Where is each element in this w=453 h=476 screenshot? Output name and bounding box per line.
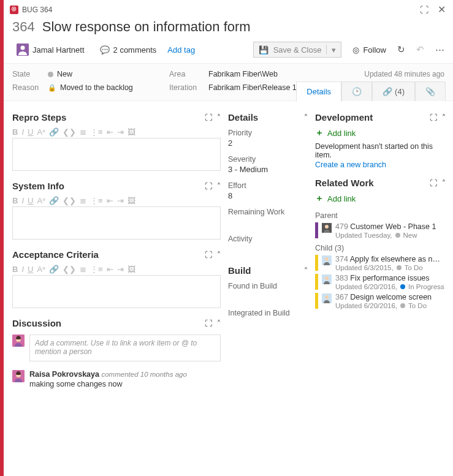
state-value[interactable]: New [48, 70, 72, 78]
svg-point-11 [325, 276, 329, 280]
system-toolbar[interactable]: BIUAᵃ🔗❮❯≣⋮≡⇤⇥🖼 [12, 196, 221, 205]
comment-author: Raisa Pokrovskaya [29, 370, 99, 379]
state-dot-icon [400, 284, 405, 289]
expand-icon[interactable]: ⛶ [205, 182, 212, 191]
expand-icon[interactable]: ⛶ [430, 113, 437, 122]
area-value[interactable]: Fabrikam Fiber\Web [208, 70, 278, 78]
repro-steps-header: Repro Steps ⛶ ˄ [12, 112, 221, 123]
state-label: State [12, 70, 48, 78]
paperclip-icon: 📎 [425, 87, 435, 96]
type-color-bar [315, 255, 318, 271]
expand-icon[interactable]: ⛶ [205, 113, 212, 122]
assignee[interactable]: Jamal Hartnett [12, 41, 89, 58]
create-branch-link[interactable]: Create a new branch [315, 161, 446, 169]
collapse-icon[interactable]: ˄ [304, 266, 308, 275]
bug-icon [10, 6, 18, 14]
reason-value[interactable]: 🔒 Moved to the backlog [48, 83, 133, 92]
tab-details[interactable]: Details [296, 81, 341, 102]
related-item[interactable]: 383 Fix performance issuesUpdated 6/20/2… [315, 274, 446, 290]
related-item[interactable]: 479 Customer Web - Phase 1Updated Tuesda… [315, 222, 446, 239]
undo-icon[interactable]: ↶ [416, 44, 424, 55]
plus-icon: ＋ [315, 127, 324, 138]
type-color-bar [315, 274, 318, 290]
svg-point-9 [325, 257, 329, 261]
discussion-input[interactable]: Add a comment. Use # to link a work item… [29, 334, 221, 361]
expand-icon[interactable]: ⛶ [430, 179, 437, 187]
parent-label: Parent [315, 211, 446, 220]
assignee-name: Jamal Hartnett [32, 45, 85, 55]
activity-label: Activity [228, 235, 308, 243]
integrated-value[interactable] [228, 319, 308, 328]
found-label: Found in Build [228, 282, 308, 290]
add-link-related[interactable]: ＋Add link [315, 193, 446, 204]
expand-icon[interactable]: ⛶ [205, 251, 212, 259]
state-dot-icon [395, 233, 400, 238]
chevron-down-icon: ▾ [332, 45, 336, 55]
updated-label: Updated 48 minutes ago [364, 70, 444, 78]
workitem-id: 364 [12, 19, 35, 35]
workitem-type-icon [322, 274, 332, 284]
workitem-type-icon [322, 223, 332, 233]
comments-label: 2 comments [113, 45, 157, 55]
acceptance-toolbar[interactable]: BIUAᵃ🔗❮❯≣⋮≡⇤⇥🖼 [12, 265, 221, 274]
activity-value[interactable] [228, 244, 308, 254]
area-label: Area [169, 70, 208, 78]
collapse-icon[interactable]: ˄ [217, 113, 221, 122]
workitem-title[interactable]: Slow response on information form [42, 19, 251, 35]
acceptance-header: Acceptance Criteria ⛶ ˄ [12, 249, 221, 260]
collapse-icon[interactable]: ˄ [217, 251, 221, 259]
follow-label: Follow [363, 45, 386, 55]
tab-history[interactable]: 🕑 [341, 81, 372, 101]
workitem-type-icon [322, 255, 332, 265]
collapse-icon[interactable]: ˄ [217, 319, 221, 328]
window-id: 364 [40, 6, 52, 14]
meta-bar: State New Reason 🔒 Moved to the backlog … [4, 63, 453, 101]
development-header: Development ⛶ ˄ [315, 112, 446, 123]
tab-attachments[interactable]: 📎 [415, 81, 446, 101]
avatar-icon [17, 43, 29, 56]
collapse-icon[interactable]: ˄ [442, 179, 446, 187]
svg-point-7 [325, 225, 329, 229]
tab-strip: Details 🕑 🔗(4) 📎 [296, 81, 446, 101]
priority-label: Priority [228, 129, 308, 137]
state-dot-icon [397, 265, 402, 270]
type-color-bar [315, 222, 318, 238]
collapse-icon[interactable]: ˄ [217, 182, 221, 191]
repro-toolbar[interactable]: BIUAᵃ🔗❮❯≣⋮≡⇤⇥🖼 [12, 127, 221, 137]
system-info-input[interactable] [12, 206, 221, 240]
save-close-button: 💾 Save & Close ▾ [253, 42, 342, 58]
expand-icon[interactable]: ⛶ [205, 319, 212, 328]
child-label: Child (3) [315, 244, 446, 252]
collapse-icon[interactable]: ˄ [442, 113, 446, 122]
refresh-icon[interactable]: ↻ [397, 44, 405, 55]
reason-label: Reason [12, 83, 48, 92]
lock-icon: 🔒 [48, 84, 56, 92]
remaining-value[interactable] [228, 217, 308, 227]
repro-steps-input[interactable] [12, 138, 221, 171]
dev-status-text: Development hasn't started on this item. [315, 142, 446, 159]
title-bar: BUG 364 ⛶ ✕ [4, 0, 453, 17]
effort-value[interactable]: 8 [228, 191, 308, 200]
follow-button[interactable]: ◎ Follow [352, 45, 386, 55]
related-item[interactable]: 374 Apply fix elsewhere as n…Updated 6/3… [315, 255, 446, 271]
severity-value[interactable]: 3 - Medium [228, 165, 308, 174]
header: 364 Slow response on information form Ja… [4, 17, 453, 63]
workitem-type-icon [322, 293, 332, 303]
related-item[interactable]: 367 Design welcome screenUpdated 6/20/20… [315, 293, 446, 309]
maximize-icon[interactable]: ⛶ [419, 5, 430, 15]
details-header: Details ˄ [228, 112, 308, 123]
close-icon[interactable]: ✕ [436, 4, 447, 15]
priority-value[interactable]: 2 [228, 138, 308, 148]
found-value[interactable] [228, 292, 308, 301]
more-icon[interactable]: ⋯ [435, 44, 444, 55]
comments-link[interactable]: 💬 2 comments [100, 45, 157, 55]
collapse-icon[interactable]: ˄ [304, 113, 308, 122]
add-tag-button[interactable]: Add tag [167, 45, 195, 55]
eye-icon: ◎ [352, 45, 359, 55]
acceptance-input[interactable] [12, 275, 221, 308]
save-label: Save & Close [273, 45, 322, 55]
add-link-dev[interactable]: ＋Add link [315, 127, 446, 138]
avatar-icon [12, 370, 25, 382]
discussion-header: Discussion ⛶ ˄ [12, 318, 221, 328]
tab-links[interactable]: 🔗(4) [372, 81, 415, 101]
